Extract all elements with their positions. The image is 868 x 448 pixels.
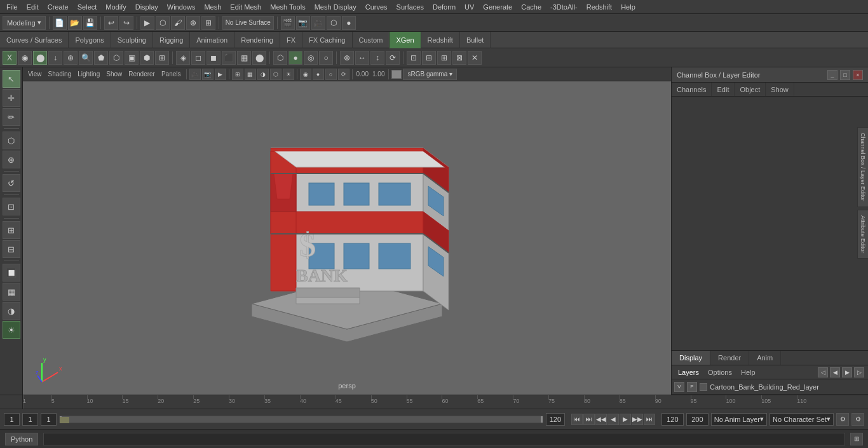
snap2-tool[interactable]: ⊟ bbox=[3, 240, 20, 258]
live-surface-btn[interactable]: No Live Surface bbox=[222, 16, 274, 30]
tab-polygons[interactable]: Polygons bbox=[69, 32, 111, 48]
menu-cache[interactable]: Cache bbox=[517, 2, 545, 12]
menu-uv[interactable]: UV bbox=[461, 2, 478, 12]
xgen-icon20[interactable]: ◎ bbox=[304, 51, 318, 65]
menu-display[interactable]: Display bbox=[132, 2, 162, 12]
menu-modify[interactable]: Modify bbox=[102, 2, 130, 12]
tab-fx-caching[interactable]: FX Caching bbox=[302, 32, 352, 48]
channel-box-close[interactable]: × bbox=[853, 70, 863, 80]
layer-p-btn[interactable]: P bbox=[687, 382, 697, 392]
layers-tab-layers[interactable]: Layers bbox=[675, 369, 702, 376]
frame-field1[interactable]: 1 bbox=[4, 413, 20, 426]
channel-box-maximize[interactable]: □ bbox=[840, 70, 850, 80]
viewport-menu-lighting[interactable]: Lighting bbox=[75, 68, 102, 81]
xgen-icon8[interactable]: ⬡ bbox=[109, 51, 123, 65]
grid-tool[interactable]: ▦ bbox=[3, 283, 20, 301]
viewport-canvas[interactable]: $ BANK persp bbox=[23, 81, 671, 395]
xgen-icon13[interactable]: ◻ bbox=[191, 51, 205, 65]
menu-redshift[interactable]: Redshift bbox=[583, 2, 616, 12]
python-expand-btn[interactable]: ⊞ bbox=[850, 433, 863, 445]
vp-wireframe-btn[interactable]: ▦ bbox=[245, 69, 256, 80]
tab-curves-surfaces[interactable]: Curves / Surfaces bbox=[0, 32, 69, 48]
range-indicator[interactable] bbox=[60, 417, 69, 423]
char-set-dropdown[interactable]: No Character Set ▾ bbox=[770, 413, 834, 426]
ch-tab-edit[interactable]: Edit bbox=[712, 83, 735, 96]
shading-tool[interactable]: ◑ bbox=[3, 302, 20, 320]
xgen-icon2[interactable]: ◉ bbox=[18, 51, 32, 65]
transform-tool[interactable]: ⊕ bbox=[3, 151, 20, 168]
menu-mesh[interactable]: Mesh bbox=[200, 2, 225, 12]
menu-select[interactable]: Select bbox=[74, 2, 101, 12]
python-tab[interactable]: Python bbox=[5, 433, 38, 445]
xgen-icon12[interactable]: ◈ bbox=[176, 51, 190, 65]
xgen-icon11[interactable]: ⊞ bbox=[155, 51, 169, 65]
menu-deform[interactable]: Deform bbox=[429, 2, 459, 12]
xgen-icon21[interactable]: ○ bbox=[319, 51, 333, 65]
xgen-icon17[interactable]: ⬤ bbox=[252, 51, 266, 65]
menu-3dtoall[interactable]: -3DtoAll- bbox=[546, 2, 581, 12]
open-file-btn[interactable]: 📂 bbox=[68, 16, 82, 30]
xgen-icon7[interactable]: ⬟ bbox=[94, 51, 108, 65]
anim-settings-btn[interactable]: ⚙ bbox=[836, 413, 849, 426]
frame-field6[interactable]: 200 bbox=[686, 413, 709, 426]
layer-vis-btn[interactable]: V bbox=[674, 382, 684, 392]
disp-tab-render[interactable]: Render bbox=[710, 351, 749, 365]
tab-sculpting[interactable]: Sculpting bbox=[111, 32, 153, 48]
select-tool[interactable]: ↖ bbox=[3, 70, 20, 88]
render-btn[interactable]: 🎬 bbox=[281, 16, 295, 30]
xgen-icon27[interactable]: ⊟ bbox=[422, 51, 436, 65]
menu-windows[interactable]: Windows bbox=[163, 2, 200, 12]
disp-tab-anim[interactable]: Anim bbox=[749, 351, 781, 365]
viewport-menu-panels[interactable]: Panels bbox=[159, 68, 184, 81]
move-tool[interactable]: ✛ bbox=[3, 89, 20, 107]
save-file-btn[interactable]: 💾 bbox=[83, 16, 97, 30]
layers-tab-help[interactable]: Help bbox=[738, 369, 758, 376]
menu-mesh-display[interactable]: Mesh Display bbox=[311, 2, 360, 12]
vp-colorspace-dropdown[interactable]: sRGB gamma ▾ bbox=[403, 69, 457, 80]
layer-arrow-forward[interactable]: ▶ bbox=[842, 367, 852, 377]
vp-extra2[interactable]: ● bbox=[313, 69, 324, 80]
undo-btn[interactable]: ↩ bbox=[104, 16, 118, 30]
playback-range[interactable] bbox=[59, 416, 543, 423]
xgen-icon5[interactable]: ⊕ bbox=[64, 51, 78, 65]
xgen-icon16[interactable]: ▦ bbox=[237, 51, 251, 65]
viewport-menu-show[interactable]: Show bbox=[104, 68, 125, 81]
viewport-menu-shading[interactable]: Shading bbox=[46, 68, 74, 81]
timeline-scale[interactable]: 1510152025303540455055606570758085909510… bbox=[23, 395, 868, 409]
paint-tool[interactable]: ✏ bbox=[3, 108, 20, 126]
vp-shading-btn[interactable]: ◑ bbox=[257, 69, 269, 80]
frame-field4[interactable]: 120 bbox=[546, 413, 565, 426]
xgen-icon6[interactable]: 🔍 bbox=[79, 51, 93, 65]
tab-rendering[interactable]: Rendering bbox=[234, 32, 280, 48]
xgen-icon10[interactable]: ⬢ bbox=[140, 51, 154, 65]
layer-color-btn[interactable] bbox=[700, 383, 707, 391]
tab-custom[interactable]: Custom bbox=[353, 32, 390, 48]
range-end[interactable] bbox=[541, 416, 543, 423]
play-next-frame-btn[interactable]: ▶▶ bbox=[632, 414, 643, 425]
frame-field3[interactable]: 1 bbox=[41, 413, 57, 426]
tab-animation[interactable]: Animation bbox=[190, 32, 234, 48]
paint-btn[interactable]: 🖌 bbox=[171, 16, 185, 30]
render-view-tool[interactable]: 🔲 bbox=[3, 264, 20, 282]
xgen-icon18[interactable]: ⬡ bbox=[273, 51, 287, 65]
play-back-btn[interactable]: ◀ bbox=[607, 414, 619, 425]
vp-texture-btn[interactable]: ⬡ bbox=[270, 69, 281, 80]
xgen-icon19[interactable]: ● bbox=[288, 51, 302, 65]
vp-extra3[interactable]: ○ bbox=[325, 69, 337, 80]
tab-xgen[interactable]: XGen bbox=[390, 32, 421, 48]
xgen-icon23[interactable]: ↔ bbox=[355, 51, 369, 65]
xgen-icon4[interactable]: ↓ bbox=[48, 51, 62, 65]
magnet-btn[interactable]: ⊞ bbox=[201, 16, 215, 30]
modeling-dropdown[interactable]: Modeling ▾ bbox=[3, 16, 46, 30]
scale-tool[interactable]: ⊡ bbox=[3, 198, 20, 215]
anim-layer-dropdown[interactable]: No Anim Layer ▾ bbox=[711, 413, 767, 426]
vp-color-swatch[interactable] bbox=[391, 70, 402, 79]
ch-tab-channels[interactable]: Channels bbox=[672, 83, 712, 96]
tab-rigging[interactable]: Rigging bbox=[153, 32, 190, 48]
xgen-icon3[interactable]: ⬤ bbox=[33, 51, 47, 65]
ch-tab-object[interactable]: Object bbox=[735, 83, 766, 96]
xgen-icon30[interactable]: ✕ bbox=[468, 51, 482, 65]
menu-edit[interactable]: Edit bbox=[23, 2, 43, 12]
render3-btn[interactable]: 🎥 bbox=[311, 16, 325, 30]
rotate-tool[interactable]: ↺ bbox=[3, 174, 20, 192]
